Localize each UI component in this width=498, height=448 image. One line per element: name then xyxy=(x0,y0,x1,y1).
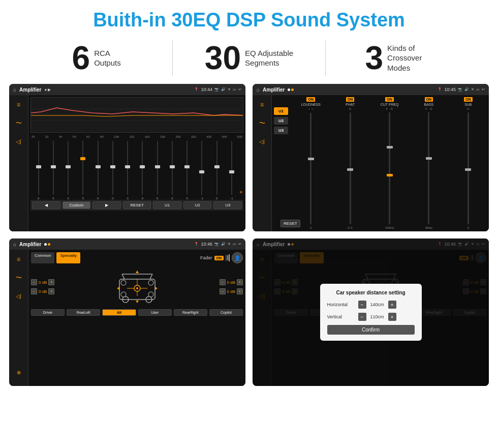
eq-slider-9[interactable]: 0 xyxy=(150,139,164,200)
eq-slider-5[interactable]: 0 xyxy=(91,139,105,200)
home-icon-1[interactable]: ⌂ xyxy=(13,87,16,93)
db-minus-left-1[interactable]: − xyxy=(31,279,37,285)
dialog-title: Car speaker distance setting xyxy=(327,290,415,295)
preset-u2[interactable]: U2 xyxy=(274,117,288,125)
db-plus-left-2[interactable]: + xyxy=(48,288,54,294)
on-badge-bass[interactable]: ON xyxy=(425,97,433,102)
mixer-reset-btn[interactable]: RESET xyxy=(281,220,300,227)
db-plus-right-2[interactable]: + xyxy=(237,288,243,294)
svg-line-3 xyxy=(122,274,124,279)
eq-slider-1[interactable]: 0 xyxy=(32,139,45,200)
db-minus-left-2[interactable]: − xyxy=(31,288,37,294)
ch-slider-phat[interactable] xyxy=(350,112,351,224)
on-badge-sub[interactable]: ON xyxy=(464,97,473,102)
eq-slider-4[interactable]: 5 xyxy=(76,139,90,200)
vol-icon[interactable]: ◁| xyxy=(13,136,24,147)
eq-icon[interactable]: ≡ xyxy=(13,99,24,110)
btn-rearleft[interactable]: RearLeft xyxy=(67,309,100,316)
eq-slider-7[interactable]: 0 xyxy=(121,139,135,200)
btn-user[interactable]: User xyxy=(138,309,172,316)
eq-graph xyxy=(30,97,243,133)
stat-eq: 30 EQ Adjustable Segments xyxy=(183,42,315,74)
svg-point-9 xyxy=(136,287,138,289)
ch-label-loudness: LOUDNESS xyxy=(301,103,321,106)
fader-cross-icon[interactable]: ⊕ xyxy=(13,367,24,378)
on-badge-phat[interactable]: ON xyxy=(346,97,355,102)
fader-on-btn[interactable]: ON xyxy=(214,256,224,260)
stat-desc-eq: EQ Adjustable Segments xyxy=(245,48,293,68)
dialog-plus-horizontal[interactable]: + xyxy=(388,301,396,309)
eq-slider-13[interactable]: 0 xyxy=(210,139,224,200)
ch-slider-bass[interactable] xyxy=(428,112,429,224)
stat-crossover: 3 Kinds of Crossover Modes xyxy=(336,42,468,74)
eq-slider-12[interactable]: -1 xyxy=(195,139,209,200)
eq-u3-btn[interactable]: U3 xyxy=(213,201,242,209)
fader-eq-icon[interactable]: ≡ xyxy=(13,254,24,265)
close-icon-3: ✕ xyxy=(228,242,231,246)
btn-driver[interactable]: Driver xyxy=(31,309,65,316)
eq-reset-btn[interactable]: RESET xyxy=(123,201,151,209)
page-title: Buith-in 30EQ DSP Sound System xyxy=(0,0,498,38)
on-badge-cutfreq[interactable]: ON xyxy=(385,97,394,102)
eq-prev-btn[interactable]: ◀ xyxy=(32,201,60,209)
dialog-val-horizontal: 140cm xyxy=(368,302,386,307)
eq-slider-6[interactable]: 0 xyxy=(106,139,119,200)
eq-u1-btn[interactable]: U1 xyxy=(153,201,181,209)
ch-slider-cutfreq[interactable] xyxy=(389,112,390,224)
fader-vol-icon[interactable]: ◁| xyxy=(13,290,24,302)
eq-slider-11[interactable]: 0 xyxy=(180,139,194,200)
tab-common[interactable]: Common xyxy=(31,252,54,263)
back-icon-2[interactable]: ↩ xyxy=(482,87,485,92)
btn-rearright[interactable]: RearRight xyxy=(174,309,207,316)
dialog-plus-vertical[interactable]: + xyxy=(388,313,396,321)
home-icon-2[interactable]: ⌂ xyxy=(257,87,260,93)
eq-slider-10[interactable]: 0 xyxy=(165,139,179,200)
eq-next-btn[interactable]: ▶ xyxy=(92,201,121,209)
mixer-wave-icon[interactable]: 〜 xyxy=(257,117,268,129)
home-icon-3[interactable]: ⌂ xyxy=(13,242,16,247)
on-badge-loudness[interactable]: ON xyxy=(306,97,315,102)
ch-slider-sub[interactable] xyxy=(468,112,469,224)
eq-slider-8[interactable]: 0 xyxy=(136,139,149,200)
ch-slider-loudness[interactable] xyxy=(310,113,312,224)
preset-u1[interactable]: U1 xyxy=(274,107,288,115)
eq-slider-2[interactable]: 0 xyxy=(46,139,60,200)
eq-expand-icon[interactable]: » xyxy=(240,189,243,200)
back-icon-3[interactable]: ↩ xyxy=(238,242,241,246)
preset-u3[interactable]: U3 xyxy=(274,127,288,134)
fader-wave-icon[interactable]: 〜 xyxy=(13,272,24,283)
time-1: 10:44 xyxy=(201,87,212,92)
db-plus-right-1[interactable]: + xyxy=(237,279,243,285)
back-icon-1[interactable]: ↩ xyxy=(238,87,241,92)
divider-2 xyxy=(325,40,326,76)
tab-specialty[interactable]: Specialty xyxy=(56,252,80,263)
confirm-button[interactable]: Confirm xyxy=(327,325,415,335)
ch-label-bass: BASS xyxy=(424,103,434,106)
mixer-eq-icon[interactable]: ≡ xyxy=(257,99,268,110)
dialog-row-horizontal: Horizontal − 140cm + xyxy=(327,301,415,309)
screen-mixer: ⌂ Amplifier 📍 10:45 📷 🔊 ✕ ▭ ↩ ≡ 〜 xyxy=(253,84,489,231)
eq-custom-btn[interactable]: Custom xyxy=(63,201,91,209)
stat-desc-crossover: Kinds of Crossover Modes xyxy=(387,43,438,73)
eq-slider-14[interactable]: -1 xyxy=(225,139,238,200)
dialog-minus-vertical[interactable]: − xyxy=(358,313,366,321)
dialog-minus-horizontal[interactable]: − xyxy=(358,301,366,309)
location-icon-1: 📍 xyxy=(194,87,199,92)
svg-point-14 xyxy=(121,280,126,285)
dialog-ctrl-horizontal: − 140cm + xyxy=(358,301,396,309)
eq-sliders: 0 0 0 5 0 xyxy=(30,139,243,200)
btn-copilot[interactable]: Copilot xyxy=(209,309,243,316)
db-minus-right-1[interactable]: − xyxy=(220,279,226,285)
mixer-vol-icon[interactable]: ◁| xyxy=(257,136,268,147)
wave-icon[interactable]: 〜 xyxy=(13,117,24,129)
dialog-row-vertical: Vertical − 110cm + xyxy=(327,313,415,321)
db-minus-right-2[interactable]: − xyxy=(220,288,226,294)
eq-u2-btn[interactable]: U2 xyxy=(183,201,212,209)
btn-all[interactable]: All xyxy=(102,309,136,316)
db-plus-left-1[interactable]: + xyxy=(48,279,54,285)
dialog-box: Car speaker distance setting Horizontal … xyxy=(320,284,422,341)
status-bar-2: ⌂ Amplifier 📍 10:45 📷 🔊 ✕ ▭ ↩ xyxy=(253,84,489,95)
profile-icon-3[interactable]: 👤 xyxy=(232,252,243,263)
eq-slider-3[interactable]: 0 xyxy=(61,139,75,200)
db-val-left-2: 0 dB xyxy=(39,289,47,294)
